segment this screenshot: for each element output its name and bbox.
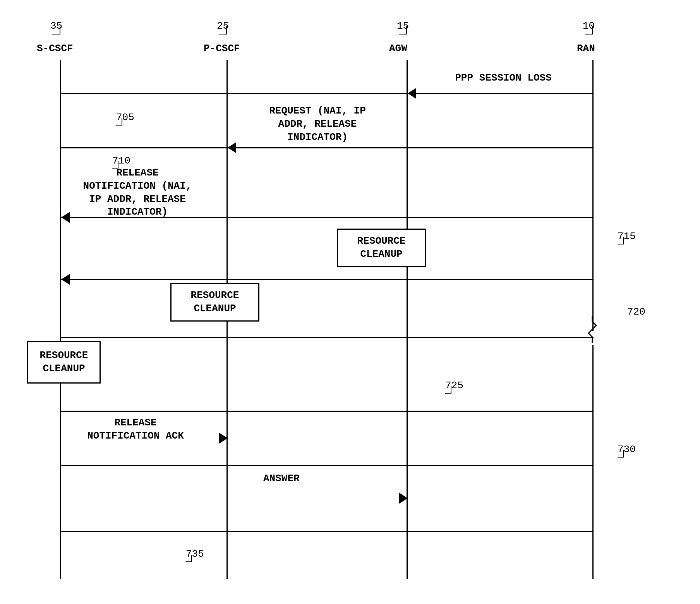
msg-request: REQUEST (NAI, IPADDR, RELEASEINDICATOR) [236, 105, 399, 144]
tick-35 [50, 26, 70, 38]
box-resource-cleanup-scscf: RESOURCECLEANUP [27, 341, 101, 384]
vline-ran-top [592, 60, 594, 331]
hline-6 [60, 411, 594, 412]
label-agw: AGW [389, 43, 407, 54]
label-ran: RAN [577, 43, 595, 54]
box-resource-cleanup-pcscf: RESOURCECLEANUP [170, 283, 259, 322]
vline-s-cscf [60, 60, 61, 579]
tick-725 [443, 386, 459, 396]
arrow-answer [399, 493, 408, 504]
hline-8 [60, 531, 594, 532]
tick-705 [114, 118, 130, 128]
msg-ppp-session-loss: PPP SESSION LOSS [430, 72, 577, 85]
label-p-cscf: P-CSCF [204, 43, 240, 54]
hline-2 [60, 147, 594, 148]
box-resource-cleanup-agw: RESOURCECLEANUP [337, 229, 426, 267]
hline-5 [60, 337, 594, 338]
tick-10 [583, 26, 602, 38]
hline-1 [60, 93, 594, 94]
arrow-ppp-session-loss [408, 88, 416, 99]
ref-720: 720 [627, 306, 645, 318]
tick-15 [397, 26, 416, 38]
vline-ran-bottom [592, 345, 594, 579]
sequence-diagram: 35 25 15 10 S-CSCF P-CSCF AGW RAN [0, 0, 700, 604]
tick-715 [616, 237, 631, 247]
label-s-cscf: S-CSCF [37, 43, 73, 54]
tick-25 [217, 26, 236, 38]
msg-release-notification: RELEASENOTIFICATION (NAI,IP ADDR, RELEAS… [64, 167, 211, 219]
msg-answer: ANSWER [263, 473, 300, 484]
arrow-request [228, 142, 236, 153]
tick-730 [616, 450, 631, 460]
zigzag-break [585, 316, 604, 347]
msg-release-notification-ack: RELEASENOTIFICATION ACK [64, 416, 207, 443]
tick-710 [110, 161, 126, 171]
arrow-release-notification-ack [219, 433, 228, 444]
tick-735 [184, 555, 199, 564]
arrow-to-scscf [61, 274, 70, 285]
hline-4 [60, 279, 594, 280]
hline-7 [60, 465, 594, 466]
